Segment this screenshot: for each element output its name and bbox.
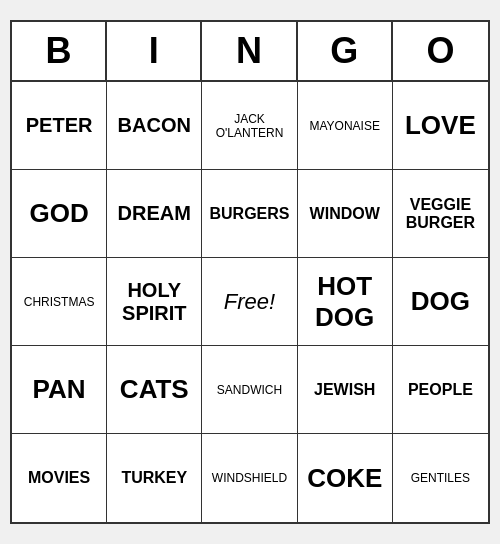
bingo-cell-4: LOVE	[393, 82, 488, 170]
bingo-cell-20: MOVIES	[12, 434, 107, 522]
bingo-cell-3: MAYONAISE	[298, 82, 393, 170]
bingo-cell-13: HOT DOG	[298, 258, 393, 346]
bingo-cell-11: HOLY SPIRIT	[107, 258, 202, 346]
header-letter-o: O	[393, 22, 488, 80]
bingo-cell-1: BACON	[107, 82, 202, 170]
bingo-cell-7: BURGERS	[202, 170, 297, 258]
bingo-cell-10: CHRISTMAS	[12, 258, 107, 346]
bingo-cell-9: VEGGIE BURGER	[393, 170, 488, 258]
bingo-cell-23: COKE	[298, 434, 393, 522]
bingo-cell-12: Free!	[202, 258, 297, 346]
bingo-cell-2: JACK O'LANTERN	[202, 82, 297, 170]
bingo-cell-24: GENTILES	[393, 434, 488, 522]
bingo-header: BINGO	[12, 22, 488, 82]
bingo-cell-21: TURKEY	[107, 434, 202, 522]
header-letter-n: N	[202, 22, 297, 80]
bingo-cell-19: PEOPLE	[393, 346, 488, 434]
bingo-cell-17: SANDWICH	[202, 346, 297, 434]
bingo-card: BINGO PETERBACONJACK O'LANTERNMAYONAISEL…	[10, 20, 490, 524]
bingo-cell-6: DREAM	[107, 170, 202, 258]
bingo-cell-8: WINDOW	[298, 170, 393, 258]
bingo-cell-16: CATS	[107, 346, 202, 434]
bingo-cell-18: JEWISH	[298, 346, 393, 434]
bingo-cell-15: PAN	[12, 346, 107, 434]
bingo-grid: PETERBACONJACK O'LANTERNMAYONAISELOVEGOD…	[12, 82, 488, 522]
bingo-cell-5: GOD	[12, 170, 107, 258]
bingo-cell-14: DOG	[393, 258, 488, 346]
header-letter-g: G	[298, 22, 393, 80]
header-letter-b: B	[12, 22, 107, 80]
header-letter-i: I	[107, 22, 202, 80]
bingo-cell-22: WINDSHIELD	[202, 434, 297, 522]
bingo-cell-0: PETER	[12, 82, 107, 170]
